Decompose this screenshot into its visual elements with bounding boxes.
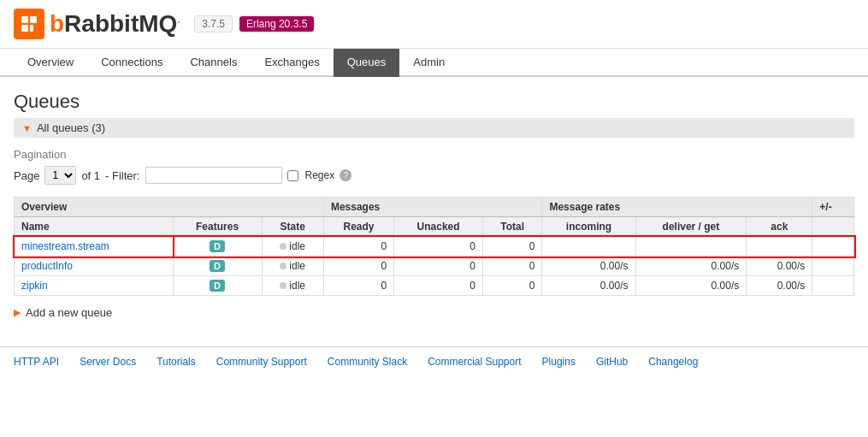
table-row: minestream.streamDidle000 xyxy=(15,237,854,257)
page-title: Queues xyxy=(14,91,854,113)
main-content: Queues ▼ All queues (3) Pagination Page … xyxy=(0,77,868,333)
state-dot-icon xyxy=(280,243,286,250)
help-icon[interactable]: ? xyxy=(340,169,351,181)
table-row: productInfoDidle0000.00/s0.00/s0.00/s xyxy=(15,257,854,276)
col-group-messages: Messages xyxy=(323,198,542,217)
col-total-cell: 0 xyxy=(483,276,542,296)
col-features-cell: D xyxy=(173,276,262,296)
regex-checkbox[interactable] xyxy=(287,170,298,181)
col-deliver_get-cell: 0.00/s xyxy=(635,257,747,276)
header: bRabbitMQ. 3.7.5 Erlang 20.3.5 xyxy=(0,0,868,49)
queue-name-link[interactable]: minestream.stream xyxy=(21,240,109,252)
col-incoming-cell: 0.00/s xyxy=(542,257,635,276)
footer-link-plugins[interactable]: Plugins xyxy=(542,356,576,368)
footer-link-commercial-support[interactable]: Commercial Support xyxy=(428,356,521,368)
col-ready-cell: 0 xyxy=(323,237,393,257)
footer-link-server-docs[interactable]: Server Docs xyxy=(80,356,136,368)
filter-input[interactable] xyxy=(145,167,282,184)
col-plus-minus-cell xyxy=(812,237,854,257)
nav-exchanges[interactable]: Exchanges xyxy=(251,49,333,77)
logo: bRabbitMQ. xyxy=(14,9,180,39)
page-of-label: of 1 xyxy=(81,169,100,182)
nav-overview[interactable]: Overview xyxy=(14,49,87,77)
footer-link-community-support[interactable]: Community Support xyxy=(216,356,307,368)
nav-connections[interactable]: Connections xyxy=(87,49,176,77)
col-plus-minus-cell xyxy=(812,257,854,276)
th-incoming: incoming xyxy=(542,217,635,237)
pagination-row: Page 1 of 1 - Filter: Regex ? xyxy=(14,166,854,185)
col-state-cell: idle xyxy=(262,276,323,296)
col-group-plus-minus: +/- xyxy=(812,198,854,217)
th-ready: Ready xyxy=(323,217,393,237)
footer-link-changelog[interactable]: Changelog xyxy=(648,356,698,368)
col-unacked-cell: 0 xyxy=(394,276,483,296)
add-queue-arrow-icon: ▶ xyxy=(14,307,21,318)
logo-text: bRabbitMQ. xyxy=(50,10,180,38)
th-state: State xyxy=(262,217,323,237)
add-queue-label: Add a new queue xyxy=(26,306,112,319)
svg-rect-1 xyxy=(30,16,37,23)
col-features-cell: D xyxy=(173,257,262,276)
queue-name-link[interactable]: zipkin xyxy=(21,280,48,292)
svg-rect-2 xyxy=(21,25,28,32)
logo-icon xyxy=(14,9,44,39)
regex-label: Regex xyxy=(305,169,335,181)
queues-table: Overview Messages Message rates +/- Name… xyxy=(14,197,854,296)
all-queues-section[interactable]: ▼ All queues (3) xyxy=(14,118,854,138)
svg-rect-3 xyxy=(30,25,33,32)
footer: HTTP API Server Docs Tutorials Community… xyxy=(0,346,868,376)
table-row: zipkinDidle0000.00/s0.00/s0.00/s xyxy=(15,276,854,296)
pagination-label: Pagination xyxy=(14,148,854,161)
state-dot-icon xyxy=(280,282,286,289)
th-features: Features xyxy=(173,217,262,237)
section-label: All queues (3) xyxy=(37,121,105,134)
state-dot-icon xyxy=(280,263,286,269)
col-unacked-cell: 0 xyxy=(394,257,483,276)
page-select[interactable]: 1 xyxy=(44,166,76,185)
footer-link-tutorials[interactable]: Tutorials xyxy=(156,356,196,368)
col-total-cell: 0 xyxy=(483,237,542,257)
col-deliver_get-cell: 0.00/s xyxy=(635,276,747,296)
footer-link-github[interactable]: GitHub xyxy=(596,356,628,368)
col-ack-cell: 0.00/s xyxy=(747,257,812,276)
svg-rect-0 xyxy=(21,16,28,23)
th-ack: ack xyxy=(747,217,812,237)
col-ready-cell: 0 xyxy=(323,257,393,276)
col-group-message-rates: Message rates xyxy=(542,198,812,217)
col-ack-cell xyxy=(747,237,812,257)
col-total-cell: 0 xyxy=(483,257,542,276)
th-name: Name xyxy=(15,217,174,237)
col-features-cell: D xyxy=(173,237,262,257)
col-ready-cell: 0 xyxy=(323,276,393,296)
nav-channels[interactable]: Channels xyxy=(176,49,251,77)
th-deliver-get: deliver / get xyxy=(635,217,747,237)
version-badge: 3.7.5 xyxy=(194,15,233,32)
th-total: Total xyxy=(483,217,542,237)
col-plus-minus-cell xyxy=(812,276,854,296)
col-ack-cell: 0.00/s xyxy=(747,276,812,296)
th-plus-minus xyxy=(812,217,854,237)
nav-admin[interactable]: Admin xyxy=(399,49,458,77)
th-unacked: Unacked xyxy=(394,217,483,237)
footer-link-community-slack[interactable]: Community Slack xyxy=(328,356,407,368)
col-state-cell: idle xyxy=(262,237,323,257)
col-state-cell: idle xyxy=(262,257,323,276)
erlang-badge: Erlang 20.3.5 xyxy=(239,16,314,32)
col-incoming-cell xyxy=(542,237,635,257)
nav-queues[interactable]: Queues xyxy=(334,49,400,77)
nav: Overview Connections Channels Exchanges … xyxy=(0,49,868,77)
col-incoming-cell: 0.00/s xyxy=(542,276,635,296)
section-arrow-icon: ▼ xyxy=(22,123,32,133)
queue-name-link[interactable]: productInfo xyxy=(21,260,73,272)
footer-link-http-api[interactable]: HTTP API xyxy=(14,356,59,368)
add-queue[interactable]: ▶ Add a new queue xyxy=(14,306,854,319)
page-label: Page xyxy=(14,169,39,182)
col-unacked-cell: 0 xyxy=(394,237,483,257)
col-deliver_get-cell xyxy=(635,237,747,257)
filter-label: - Filter: xyxy=(105,169,139,182)
col-group-overview: Overview xyxy=(15,198,324,217)
